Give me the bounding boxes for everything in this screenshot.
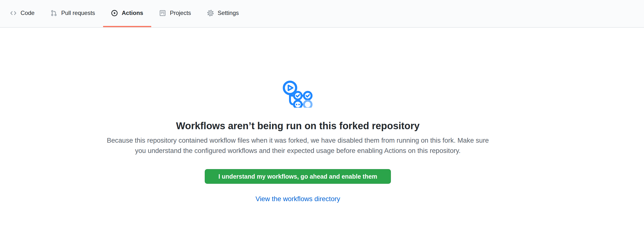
- project-board-icon: [159, 10, 166, 17]
- tab-code[interactable]: Code: [2, 0, 42, 27]
- tab-label: Settings: [218, 10, 239, 16]
- tab-settings[interactable]: Settings: [199, 0, 247, 27]
- workflows-link-row: View the workflows directory: [102, 195, 493, 203]
- tab-label: Pull requests: [61, 10, 95, 16]
- page-title: Workflows aren’t being run on this forke…: [102, 120, 493, 132]
- gear-icon: [207, 10, 214, 17]
- tab-projects[interactable]: Projects: [151, 0, 199, 27]
- view-workflows-directory-link[interactable]: View the workflows directory: [256, 195, 340, 203]
- workflow-graph-icon: [282, 80, 314, 108]
- tab-actions[interactable]: Actions: [103, 0, 151, 27]
- repo-tab-nav: Code Pull requests Actions: [0, 0, 644, 28]
- description-text: Because this repository contained workfl…: [102, 135, 493, 156]
- enable-workflows-button[interactable]: I understand my workflows, go ahead and …: [205, 169, 391, 184]
- enable-button-row: I understand my workflows, go ahead and …: [102, 156, 493, 184]
- tab-label: Projects: [170, 10, 191, 16]
- blankslate: Workflows aren’t being run on this forke…: [102, 80, 493, 203]
- tab-label: Code: [20, 10, 34, 16]
- pull-request-icon: [50, 10, 57, 17]
- play-circle-icon: [111, 10, 118, 17]
- tab-label: Actions: [122, 10, 143, 16]
- code-icon: [10, 10, 16, 17]
- tab-pull-requests[interactable]: Pull requests: [42, 0, 103, 27]
